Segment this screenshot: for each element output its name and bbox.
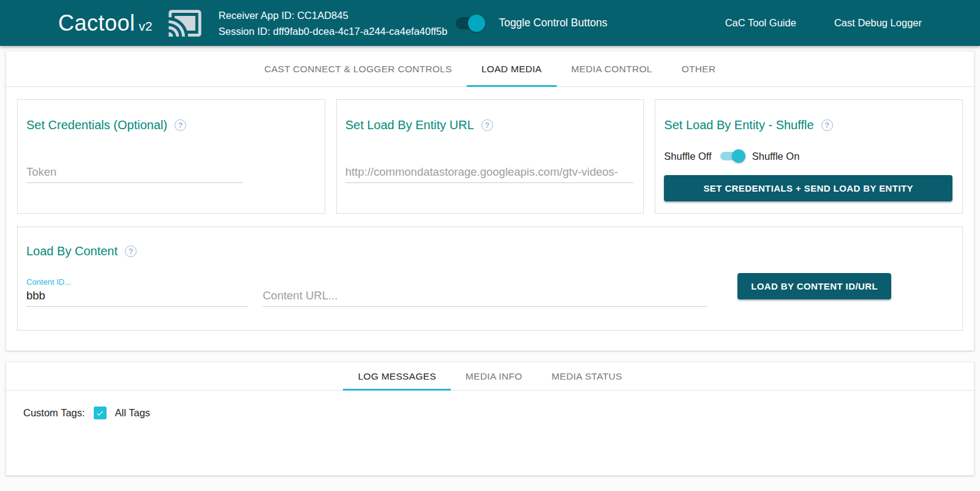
shuffle-toggle-knob bbox=[732, 149, 745, 163]
session-id: Session ID: dff9fab0-dcea-4c17-a244-ca4e… bbox=[219, 23, 448, 39]
receiver-app-id: Receiver App ID: CC1AD845 bbox=[219, 7, 448, 23]
load-media-card: CAST CONNECT & LOGGER CONTROLS LOAD MEDI… bbox=[6, 51, 974, 351]
app-title: Cactool bbox=[58, 10, 135, 36]
set-credentials-title: Set Credentials (Optional) bbox=[26, 118, 167, 132]
content-id-input[interactable] bbox=[26, 288, 248, 307]
load-by-content-fields-row: Content ID... LOAD BY CONTENT ID/URL bbox=[26, 273, 952, 307]
panels-row: Set Credentials (Optional) ? Set Load By… bbox=[17, 99, 963, 214]
set-credentials-title-row: Set Credentials (Optional) ? bbox=[26, 118, 315, 132]
set-load-by-entity-shuffle-panel: Set Load By Entity - Shuffle ? Shuffle O… bbox=[655, 99, 963, 214]
tab-media-status[interactable]: MEDIA STATUS bbox=[537, 362, 637, 390]
load-by-content-title: Load By Content bbox=[26, 244, 118, 258]
entity-url-title: Set Load By Entity URL bbox=[345, 118, 474, 132]
entity-shuffle-title: Set Load By Entity - Shuffle bbox=[664, 118, 813, 132]
shuffle-toggle-row: Shuffle Off Shuffle On bbox=[664, 149, 952, 163]
checkmark-icon bbox=[96, 409, 104, 418]
load-by-content-panel: Load By Content ? Content ID... LOAD BY … bbox=[17, 227, 963, 331]
token-input[interactable] bbox=[26, 164, 243, 183]
entity-shuffle-title-row: Set Load By Entity - Shuffle ? bbox=[664, 118, 952, 132]
content-url-input[interactable] bbox=[263, 288, 707, 307]
app-header: Cactool v2 Receiver App ID: CC1AD845 Ses… bbox=[0, 0, 980, 46]
log-tab-bar: LOG MESSAGES MEDIA INFO MEDIA STATUS bbox=[6, 362, 974, 391]
toggle-control-buttons-label: Toggle Control Buttons bbox=[499, 17, 607, 29]
session-info: Receiver App ID: CC1AD845 Session ID: df… bbox=[219, 7, 448, 39]
content-id-floating-label: Content ID... bbox=[26, 277, 248, 287]
cast-debug-logger-link[interactable]: Cast Debug Logger bbox=[834, 17, 922, 29]
log-card: LOG MESSAGES MEDIA INFO MEDIA STATUS Cus… bbox=[6, 362, 974, 476]
app-brand: Cactool v2 bbox=[58, 10, 153, 36]
tab-media-info[interactable]: MEDIA INFO bbox=[451, 362, 537, 390]
custom-tags-label: Custom Tags: bbox=[23, 407, 85, 419]
cast-connected-icon bbox=[167, 6, 203, 41]
shuffle-off-label: Shuffle Off bbox=[664, 151, 711, 162]
tab-load-media[interactable]: LOAD MEDIA bbox=[467, 51, 557, 86]
app-version: v2 bbox=[139, 19, 153, 34]
help-icon[interactable]: ? bbox=[125, 246, 137, 257]
control-buttons-toggle[interactable] bbox=[456, 16, 484, 31]
help-icon[interactable]: ? bbox=[481, 119, 493, 131]
tab-other[interactable]: OTHER bbox=[667, 51, 731, 86]
tab-media-control[interactable]: MEDIA CONTROL bbox=[557, 51, 667, 86]
header-links: CaC Tool Guide Cast Debug Logger bbox=[725, 17, 922, 29]
content-id-field-group: Content ID... bbox=[26, 277, 248, 307]
shuffle-on-label: Shuffle On bbox=[752, 151, 800, 162]
log-filter-row: Custom Tags: All Tags bbox=[6, 391, 974, 435]
shuffle-toggle[interactable] bbox=[720, 149, 744, 163]
toggle-knob bbox=[468, 15, 485, 32]
tab-cast-connect-logger-controls[interactable]: CAST CONNECT & LOGGER CONTROLS bbox=[249, 51, 466, 86]
tab-log-messages[interactable]: LOG MESSAGES bbox=[343, 362, 451, 390]
load-by-content-title-row: Load By Content ? bbox=[26, 244, 952, 258]
entity-url-input[interactable] bbox=[345, 164, 634, 183]
main-tab-bar: CAST CONNECT & LOGGER CONTROLS LOAD MEDI… bbox=[6, 51, 974, 87]
all-tags-label: All Tags bbox=[115, 407, 150, 419]
help-icon[interactable]: ? bbox=[821, 119, 833, 131]
help-icon[interactable]: ? bbox=[175, 119, 186, 131]
cac-tool-guide-link[interactable]: CaC Tool Guide bbox=[725, 17, 796, 29]
set-load-by-entity-url-panel: Set Load By Entity URL ? bbox=[336, 99, 644, 214]
entity-url-title-row: Set Load By Entity URL ? bbox=[345, 118, 634, 132]
all-tags-checkbox[interactable] bbox=[94, 407, 107, 419]
set-credentials-send-load-by-entity-button[interactable]: SET CREDENTIALS + SEND LOAD BY ENTITY bbox=[664, 175, 952, 201]
set-credentials-panel: Set Credentials (Optional) ? bbox=[17, 99, 325, 214]
load-by-content-id-url-button[interactable]: LOAD BY CONTENT ID/URL bbox=[737, 273, 891, 299]
